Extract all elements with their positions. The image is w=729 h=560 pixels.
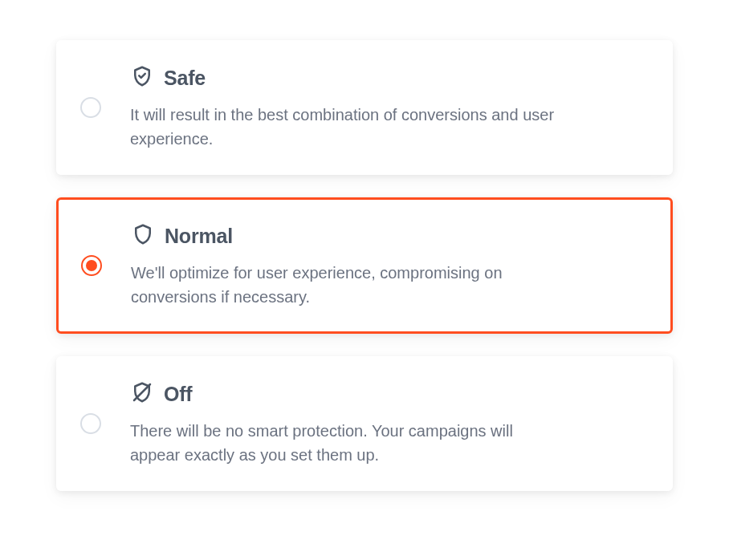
radio-column — [81, 255, 116, 276]
shield-icon — [131, 222, 155, 250]
option-safe[interactable]: Safe It will result in the best combinat… — [56, 40, 673, 175]
option-title: Off — [164, 383, 193, 406]
shield-check-icon — [130, 64, 154, 91]
option-content: Safe It will result in the best combinat… — [116, 64, 646, 151]
shield-off-icon — [130, 380, 154, 408]
radio-normal[interactable] — [81, 255, 102, 276]
option-title: Safe — [164, 67, 206, 90]
option-off[interactable]: Off There will be no smart protection. Y… — [56, 356, 673, 491]
option-title: Normal — [165, 225, 233, 248]
radio-off[interactable] — [80, 413, 101, 434]
option-title-row: Normal — [131, 222, 645, 250]
option-content: Normal We'll optimize for user experienc… — [116, 222, 645, 309]
option-normal[interactable]: Normal We'll optimize for user experienc… — [56, 197, 673, 334]
protection-level-options: Safe It will result in the best combinat… — [56, 40, 673, 491]
radio-safe[interactable] — [80, 97, 101, 118]
option-title-row: Off — [130, 380, 646, 408]
radio-column — [80, 413, 116, 434]
option-title-row: Safe — [130, 64, 646, 91]
option-description: It will result in the best combination o… — [130, 103, 564, 151]
option-description: There will be no smart protection. Your … — [130, 419, 564, 467]
option-description: We'll optimize for user experience, comp… — [131, 261, 564, 309]
radio-column — [80, 97, 116, 118]
option-content: Off There will be no smart protection. Y… — [116, 380, 646, 467]
radio-dot — [86, 260, 97, 271]
